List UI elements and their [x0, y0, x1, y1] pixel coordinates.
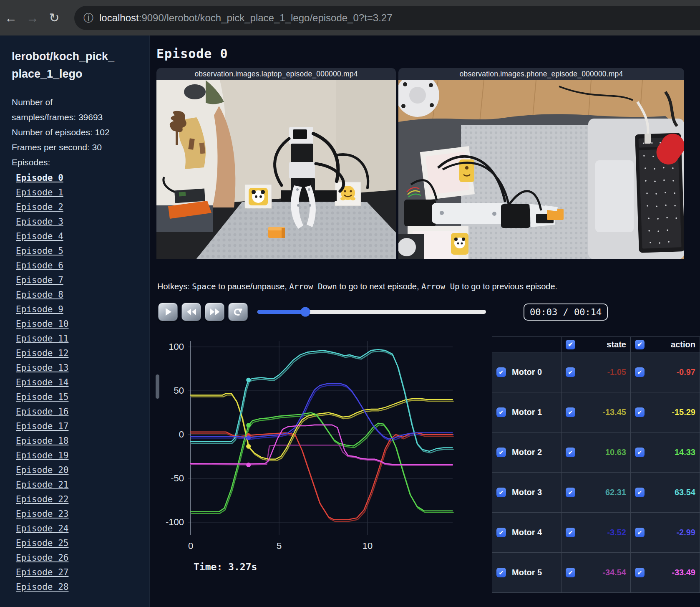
- address-bar[interactable]: ⓘ localhost:9090/lerobot/koch_pick_place…: [74, 6, 700, 30]
- hotkeys-prefix: Hotkeys:: [157, 282, 192, 291]
- rewind-button[interactable]: [181, 303, 201, 321]
- motor-5-row: Motor 5-34.54-33.49: [492, 553, 700, 593]
- svg-text:0: 0: [179, 429, 184, 440]
- scrollbar-thumb[interactable]: [156, 374, 159, 399]
- motor-2-row-checkbox[interactable]: [496, 448, 506, 457]
- episode-link-12[interactable]: Episode 12: [16, 346, 139, 361]
- motors-chart[interactable]: 100500-50-1000510: [158, 330, 455, 556]
- motor-0-row: Motor 0-1.05-0.97: [492, 352, 700, 392]
- motor-4-row: Motor 4-3.52-2.99: [492, 513, 700, 553]
- motor-1-action-value: -15.29: [672, 407, 695, 417]
- fast-forward-button[interactable]: [205, 303, 224, 321]
- hotkeys-text-3: to go to previous episode.: [460, 282, 558, 291]
- loop-button[interactable]: [228, 303, 248, 321]
- motor-2-label: Motor 2: [509, 448, 557, 457]
- motor-3-state-value: 62.31: [605, 488, 626, 497]
- motor-4-row-checkbox[interactable]: [496, 528, 506, 537]
- episode-link-24[interactable]: Episode 24: [16, 521, 139, 536]
- motor-5-state-checkbox[interactable]: [566, 568, 575, 577]
- seek-slider[interactable]: [257, 310, 486, 314]
- motor-1-state-checkbox[interactable]: [566, 407, 575, 417]
- episode-link-7[interactable]: Episode 7: [16, 273, 139, 288]
- episode-link-5[interactable]: Episode 5: [16, 244, 139, 258]
- episode-link-3[interactable]: Episode 3: [16, 215, 139, 229]
- motor-3-label: Motor 3: [509, 488, 557, 497]
- motor-4-label: Motor 4: [509, 528, 557, 537]
- seek-slider-thumb[interactable]: [301, 307, 310, 317]
- motor-0-state-value: -1.05: [607, 367, 626, 377]
- motor-table-corner: [492, 337, 562, 352]
- url-host: localhost: [99, 12, 139, 23]
- motor-5-action-value: -33.49: [672, 568, 695, 577]
- state-column-label: state: [607, 340, 626, 349]
- motor-4-state-checkbox[interactable]: [566, 528, 575, 537]
- episode-link-26[interactable]: Episode 26: [16, 551, 139, 565]
- motor-3-action-checkbox[interactable]: [635, 488, 645, 497]
- back-icon[interactable]: ←: [0, 11, 22, 25]
- action-column-checkbox[interactable]: [635, 340, 645, 349]
- episode-link-28[interactable]: Episode 28: [16, 580, 139, 594]
- dataset-title: lerobot/koch_pick_place_1_lego: [12, 48, 116, 83]
- playback-controls: 00:03 / 00:14: [158, 302, 700, 321]
- motor-3-state-checkbox[interactable]: [566, 488, 575, 497]
- motor-0-row-checkbox[interactable]: [496, 367, 506, 377]
- episode-link-19[interactable]: Episode 19: [16, 448, 139, 463]
- episode-link-16[interactable]: Episode 16: [16, 405, 139, 419]
- episode-link-21[interactable]: Episode 21: [16, 478, 139, 492]
- motor-2-action-checkbox[interactable]: [635, 448, 645, 457]
- video-frame-laptop-camera[interactable]: [156, 80, 396, 259]
- motor-5-row-checkbox[interactable]: [496, 568, 506, 577]
- episode-link-6[interactable]: Episode 6: [16, 258, 139, 273]
- motor-2-state-value: 10.63: [605, 448, 626, 457]
- episode-link-17[interactable]: Episode 17: [16, 419, 139, 434]
- episodes-label: Episodes:: [12, 155, 118, 170]
- motor-5-action-checkbox[interactable]: [635, 568, 645, 577]
- url-text[interactable]: localhost:9090/lerobot/koch_pick_place_1…: [99, 12, 393, 24]
- episode-link-20[interactable]: Episode 20: [16, 463, 139, 478]
- motor-2-state-checkbox[interactable]: [566, 448, 575, 457]
- episode-link-25[interactable]: Episode 25: [16, 536, 139, 551]
- episode-link-10[interactable]: Episode 10: [16, 317, 139, 331]
- svg-text:100: 100: [169, 341, 184, 352]
- episode-link-27[interactable]: Episode 27: [16, 565, 139, 580]
- svg-text:-100: -100: [166, 517, 184, 527]
- page-title: Episode 0: [156, 46, 700, 61]
- motor-0-action-checkbox[interactable]: [635, 367, 645, 377]
- episode-link-13[interactable]: Episode 13: [16, 361, 139, 375]
- forward-icon[interactable]: →: [22, 11, 43, 25]
- episode-link-11[interactable]: Episode 11: [16, 331, 139, 346]
- motor-0-action-value: -0.97: [676, 367, 695, 377]
- video-title-laptop: observation.images.laptop_episode_000000…: [156, 68, 396, 80]
- fast-forward-icon: [209, 308, 220, 316]
- episode-link-15[interactable]: Episode 15: [16, 390, 139, 405]
- motor-table-header: state action: [492, 337, 700, 352]
- episode-link-14[interactable]: Episode 14: [16, 375, 139, 390]
- episode-link-22[interactable]: Episode 22: [16, 492, 139, 507]
- episode-link-4[interactable]: Episode 4: [16, 229, 139, 244]
- motor-1-row-checkbox[interactable]: [496, 407, 506, 417]
- motor-3-row-checkbox[interactable]: [496, 488, 506, 497]
- play-button[interactable]: [158, 303, 178, 321]
- motor-2-row: Motor 210.6314.33: [492, 432, 700, 473]
- samples-count: Number of samples/frames: 39693: [12, 95, 118, 125]
- fps-info: Frames per second: 30: [12, 140, 118, 155]
- motor-0-state-checkbox[interactable]: [566, 367, 575, 377]
- episode-link-1[interactable]: Episode 1: [16, 185, 139, 200]
- video-frame-phone-camera[interactable]: [398, 80, 684, 259]
- reload-icon[interactable]: ↻: [43, 10, 65, 25]
- site-info-icon[interactable]: ⓘ: [83, 11, 93, 25]
- episode-link-0[interactable]: Episode 0: [16, 171, 139, 185]
- state-column-checkbox[interactable]: [566, 340, 575, 349]
- motor-3-row: Motor 362.3163.54: [492, 473, 700, 513]
- hotkey-arrow-up: Arrow Up: [421, 282, 460, 291]
- episode-link-2[interactable]: Episode 2: [16, 200, 139, 215]
- motor-4-action-checkbox[interactable]: [635, 528, 645, 537]
- series-state-5: [191, 445, 453, 465]
- episode-link-23[interactable]: Episode 23: [16, 507, 139, 521]
- episode-link-9[interactable]: Episode 9: [16, 302, 139, 317]
- motor-1-action-checkbox[interactable]: [635, 407, 645, 417]
- episode-link-18[interactable]: Episode 18: [16, 434, 139, 448]
- app-window: ← → ↻ ⓘ localhost:9090/lerobot/koch_pick…: [0, 0, 700, 607]
- hotkey-space: Space: [192, 282, 216, 291]
- episode-link-8[interactable]: Episode 8: [16, 288, 139, 302]
